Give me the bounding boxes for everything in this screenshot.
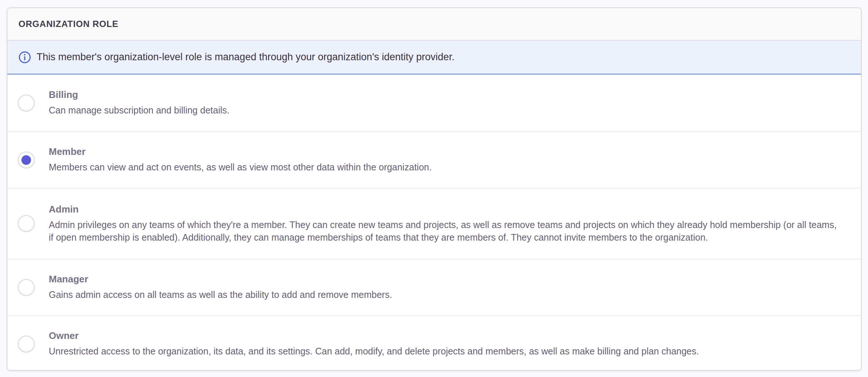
role-description: Members can view and act on events, as w… xyxy=(49,161,432,174)
role-option-member[interactable]: Member Members can view and act on event… xyxy=(7,131,861,188)
role-text: Manager Gains admin access on all teams … xyxy=(49,274,392,301)
panel-title: ORGANIZATION ROLE xyxy=(18,19,118,29)
role-option-manager[interactable]: Manager Gains admin access on all teams … xyxy=(7,259,861,315)
panel-header: ORGANIZATION ROLE xyxy=(7,8,861,41)
info-icon xyxy=(18,51,31,64)
radio-manager[interactable] xyxy=(18,279,35,296)
role-option-billing[interactable]: Billing Can manage subscription and bill… xyxy=(7,75,861,131)
role-description: Unrestricted access to the organization,… xyxy=(49,345,699,358)
role-text: Admin Admin privileges on any teams of w… xyxy=(49,204,843,244)
radio-member[interactable] xyxy=(18,152,35,169)
role-text: Member Members can view and act on event… xyxy=(49,146,432,174)
idp-managed-alert: This member's organization-level role is… xyxy=(7,41,861,75)
role-option-admin[interactable]: Admin Admin privileges on any teams of w… xyxy=(7,188,861,259)
role-title: Manager xyxy=(49,274,392,285)
role-text: Billing Can manage subscription and bill… xyxy=(49,89,229,117)
role-title: Owner xyxy=(49,330,699,342)
role-description: Gains admin access on all teams as well … xyxy=(49,288,392,301)
organization-role-panel: ORGANIZATION ROLE This member's organiza… xyxy=(7,7,862,371)
role-description: Can manage subscription and billing deta… xyxy=(49,104,229,117)
role-text: Owner Unrestricted access to the organiz… xyxy=(49,330,699,358)
radio-billing[interactable] xyxy=(18,95,35,112)
alert-text: This member's organization-level role is… xyxy=(37,51,454,63)
role-list: Billing Can manage subscription and bill… xyxy=(7,75,861,371)
role-title: Member xyxy=(49,146,432,157)
radio-owner[interactable] xyxy=(18,336,35,353)
role-description: Admin privileges on any teams of which t… xyxy=(49,218,843,244)
role-title: Admin xyxy=(49,204,843,215)
role-option-owner[interactable]: Owner Unrestricted access to the organiz… xyxy=(7,315,861,371)
role-title: Billing xyxy=(49,89,229,101)
radio-admin[interactable] xyxy=(18,215,35,232)
